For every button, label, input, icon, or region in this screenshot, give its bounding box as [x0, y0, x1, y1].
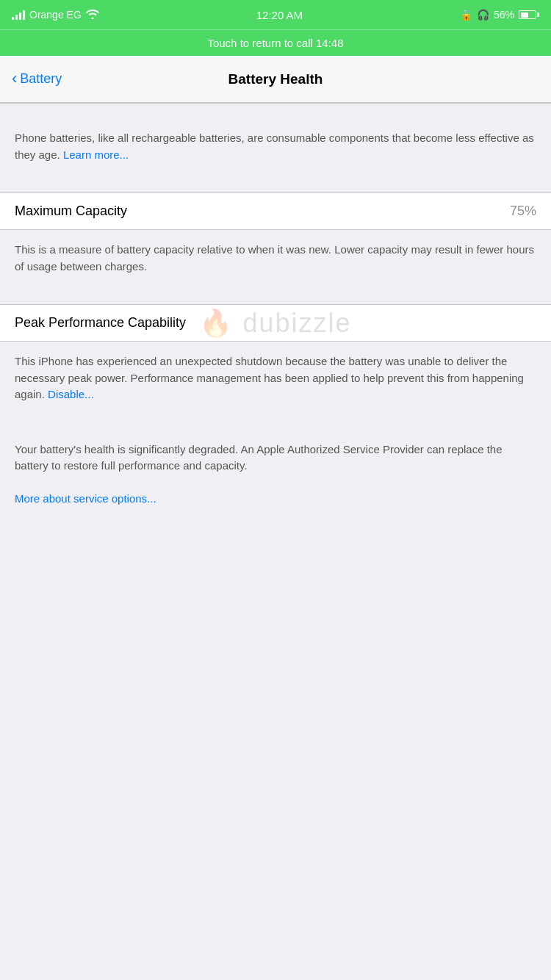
watermark-text: dubizzle [242, 308, 351, 338]
intro-description: Phone batteries, like all rechargeable b… [0, 118, 551, 178]
page-title: Battery Health [228, 71, 323, 87]
degraded-warning: Your battery's health is significantly d… [0, 430, 551, 522]
maximum-capacity-row: Maximum Capacity 75% [0, 193, 551, 229]
back-label: Battery [20, 71, 62, 87]
carrier-label: Orange EG [29, 9, 82, 21]
max-capacity-label: Maximum Capacity [15, 203, 127, 219]
status-left: Orange EG [12, 9, 99, 21]
lock-icon: 🔒 [460, 9, 472, 21]
chevron-left-icon: ‹ [12, 69, 17, 88]
peak-description: This iPhone has experienced an unexpecte… [0, 342, 551, 418]
headphones-icon: 🎧 [477, 9, 489, 21]
degraded-text: Your battery's health is significantly d… [15, 443, 503, 472]
spacer-3 [0, 289, 551, 304]
capacity-description: This is a measure of battery capacity re… [0, 230, 551, 289]
disable-link[interactable]: Disable... [48, 388, 94, 400]
battery-icon [519, 10, 539, 19]
capacity-desc-text: This is a measure of battery capacity re… [15, 243, 534, 273]
status-bar: Orange EG 12:20 AM 🔒 🎧 56% [0, 0, 551, 29]
battery-percent-label: 56% [494, 9, 514, 21]
back-button[interactable]: ‹ Battery [12, 70, 62, 88]
watermark: 🔥 dubizzle [199, 308, 351, 339]
spacer-bottom [0, 522, 551, 669]
learn-more-link[interactable]: Learn more... [63, 148, 129, 161]
watermark-icon: 🔥 [199, 308, 234, 338]
service-options-link[interactable]: More about service options... [15, 492, 156, 505]
call-banner-text: Touch to return to call 14:48 [207, 37, 343, 49]
max-capacity-value: 75% [510, 203, 536, 219]
signal-icon [12, 10, 25, 20]
peak-performance-label: Peak Performance Capability [15, 315, 186, 330]
peak-performance-row: Peak Performance Capability 🔥 dubizzle [0, 305, 551, 341]
time-label: 12:20 AM [256, 9, 303, 21]
content-area: Phone batteries, like all rechargeable b… [0, 103, 551, 669]
nav-bar: ‹ Battery Battery Health [0, 56, 551, 103]
status-right: 🔒 🎧 56% [460, 9, 539, 21]
spacer-2 [0, 178, 551, 192]
spacer-1 [0, 104, 551, 118]
wifi-icon [86, 9, 99, 21]
spacer-4 [0, 418, 551, 430]
call-banner[interactable]: Touch to return to call 14:48 [0, 29, 551, 56]
